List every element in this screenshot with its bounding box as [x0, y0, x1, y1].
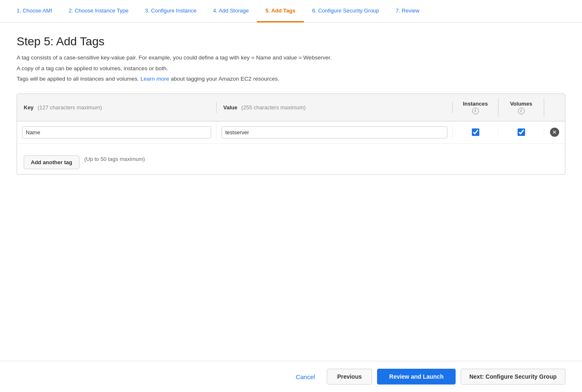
add-tag-hint: (Up to 50 tags maximum): [84, 156, 145, 162]
tags-table: Key (127 characters maximum) Value (255 …: [17, 94, 565, 175]
tab-add-storage[interactable]: 4. Add Storage: [205, 0, 257, 22]
col-value-header: Value (255 characters maximum): [217, 102, 453, 113]
col-key-label: Key: [24, 104, 34, 111]
volumes-info-icon: i: [518, 108, 525, 114]
tag-volumes-checkbox[interactable]: [518, 128, 525, 136]
col-instances-header: Instances i: [453, 98, 498, 117]
page-title: Step 5: Add Tags: [17, 35, 565, 48]
desc-line3-suffix: about tagging your Amazon EC2 resources.: [171, 76, 279, 82]
remove-tag-button[interactable]: ✕: [550, 128, 559, 137]
col-key-header: Key (127 characters maximum): [17, 102, 217, 113]
desc-line1: A tag consists of a case-sensitive key-v…: [17, 53, 565, 62]
review-and-launch-button[interactable]: Review and Launch: [377, 369, 456, 385]
table-row: ✕: [17, 121, 565, 144]
tag-instances-checkbox[interactable]: [472, 128, 479, 136]
previous-button[interactable]: Previous: [327, 369, 372, 385]
col-volumes-label: Volumes: [510, 101, 532, 107]
cancel-button[interactable]: Cancel: [289, 369, 322, 385]
tag-value-input[interactable]: [222, 126, 447, 138]
remove-icon: ✕: [550, 128, 559, 137]
tag-action-cell: ✕: [544, 128, 565, 137]
tab-configure-instance[interactable]: 3. Configure Instance: [137, 0, 205, 22]
desc-line3-prefix: Tags will be applied to all instances an…: [17, 76, 139, 82]
learn-more-link[interactable]: Learn more: [141, 76, 169, 82]
next-button[interactable]: Next: Configure Security Group: [461, 369, 565, 385]
table-header: Key (127 characters maximum) Value (255 …: [17, 94, 565, 121]
tag-volumes-cell: [498, 128, 544, 136]
col-value-label: Value: [223, 104, 237, 111]
tag-value-cell: [217, 125, 453, 140]
col-volumes-header: Volumes i: [498, 98, 544, 117]
wizard-nav: 1. Choose AMI 2. Choose Instance Type 3.…: [0, 0, 582, 22]
col-key-hint: (127 characters maximum): [37, 104, 102, 111]
tab-add-tags[interactable]: 5. Add Tags: [257, 0, 303, 22]
desc-line2: A copy of a tag can be applied to volume…: [17, 64, 565, 73]
tag-key-input[interactable]: [22, 126, 211, 138]
tag-key-cell: [17, 125, 217, 140]
tab-configure-security-group[interactable]: 6. Configure Security Group: [304, 0, 387, 22]
tab-choose-instance-type[interactable]: 2. Choose Instance Type: [60, 0, 137, 22]
instances-info-icon: i: [472, 108, 479, 114]
add-another-tag-button[interactable]: Add another tag: [24, 155, 79, 169]
col-value-hint: (255 characters maximum): [242, 104, 306, 111]
footer: Cancel Previous Review and Launch Next: …: [0, 361, 582, 392]
add-tag-row: Add another tag (Up to 50 tags maximum): [17, 144, 565, 174]
col-instances-label: Instances: [463, 101, 488, 107]
tab-choose-ami[interactable]: 1. Choose AMI: [8, 0, 60, 22]
tag-instances-cell: [453, 128, 498, 136]
tab-review[interactable]: 7. Review: [387, 0, 428, 22]
desc-line3: Tags will be applied to all instances an…: [17, 74, 565, 84]
main-content: Step 5: Add Tags A tag consists of a cas…: [0, 22, 582, 361]
